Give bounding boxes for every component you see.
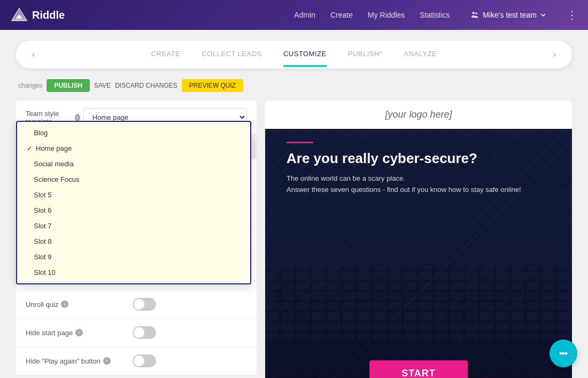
preview-button[interactable]: PREVIEW QUIZ [182,79,243,92]
logo-icon [11,7,28,22]
team-template-info-icon[interactable]: i [75,114,80,121]
chat-icon [556,346,570,360]
nav-admin[interactable]: Admin [294,11,315,19]
tab-collect-leads[interactable]: COLLECT LEADS [202,42,261,67]
preview-subtitle1: The online world can be a scary place. [287,174,551,182]
preview-quiz-title: Are you really cyber-secure? [287,150,551,167]
right-panel: [your logo here] Are you really cyber-se… [265,101,572,378]
tab-publish[interactable]: PUBLISH* [348,42,383,67]
template-dropdown-list: Blog ✓Home page Social media Science Foc… [17,122,250,283]
preview-logo: [your logo here] [265,101,572,129]
unroll-quiz-control [133,298,247,311]
hide-start-knob [134,327,144,338]
save-button[interactable]: SAVE [94,82,111,89]
template-item-slot10[interactable]: Slot 10 [17,265,250,280]
template-item-slot9[interactable]: Slot 9 [17,249,250,265]
toolbar: changes PUBLISH SAVE DISCARD CHANGES PRE… [16,79,572,92]
unroll-quiz-toggle[interactable] [133,298,156,311]
hide-play-again-knob [134,356,144,366]
main-content: ‹ CREATE COLLECT LEADS CUSTOMIZE PUBLISH… [0,30,588,378]
chevron-down-icon [540,12,546,18]
tab-prev-button[interactable]: ‹ [27,50,40,59]
nav-create[interactable]: Create [330,11,353,19]
hide-start-row: Hide start page i [16,319,257,347]
tab-analyze[interactable]: ANALYZE [404,42,437,67]
template-dropdown-overlay[interactable]: Blog ✓Home page Social media Science Foc… [16,121,251,284]
nav-statistics[interactable]: Statistics [420,11,450,19]
hide-start-label: Hide start page i [26,329,133,337]
hide-start-control [133,326,247,339]
team-name: Mike's test team [483,11,537,19]
svg-point-6 [475,16,478,18]
svg-point-10 [560,352,562,355]
hide-play-again-toggle[interactable] [133,354,156,367]
hide-play-again-row: Hide "Play again" button i [16,347,257,375]
nav-my-riddles[interactable]: My Riddles [368,11,405,19]
template-item-slot5[interactable]: Slot 5 [17,187,250,203]
tab-create[interactable]: CREATE [151,42,181,67]
publish-button[interactable]: PUBLISH [47,79,90,92]
preview-start-button[interactable]: START [369,360,468,378]
more-options-icon[interactable]: ⋮ [567,9,577,21]
chat-bubble[interactable] [550,340,577,367]
changes-text: changes [18,82,42,89]
svg-rect-8 [265,266,572,343]
hide-start-info-icon[interactable]: i [75,329,83,336]
hide-play-again-control [133,354,247,367]
template-item-slot7[interactable]: Slot 7 [17,218,250,234]
unroll-quiz-knob [134,299,144,310]
team-template-container: Team style template i Home page Blog ✓Ho… [16,101,257,134]
team-selector[interactable]: Mike's test team [470,10,546,20]
header: Riddle Admin Create My Riddles Statistic… [0,0,588,30]
tabs: CREATE COLLECT LEADS CUSTOMIZE PUBLISH* … [40,42,547,67]
template-item-slot6[interactable]: Slot 6 [17,203,250,218]
header-nav: Admin Create My Riddles Statistics Mike'… [294,9,577,21]
logo: Riddle [11,7,65,22]
team-icon [470,10,479,20]
unroll-quiz-info-icon[interactable]: i [61,300,68,308]
preview-content: Are you really cyber-secure? The online … [265,129,572,240]
template-item-slot8[interactable]: Slot 8 [17,234,250,249]
hide-play-again-label: Hide "Play again" button i [26,357,133,365]
tab-next-button[interactable]: › [548,50,561,59]
tab-bar: ‹ CREATE COLLECT LEADS CUSTOMIZE PUBLISH… [16,41,572,68]
template-item-homepage[interactable]: ✓Home page [17,141,250,156]
template-item-blog[interactable]: Blog [17,125,250,141]
unroll-quiz-label: Unroll quiz i [26,300,133,308]
preview-image-container: Are you really cyber-secure? The online … [265,129,572,378]
two-column-layout: Team style template i Home page Blog ✓Ho… [16,101,572,378]
discard-button[interactable]: DISCARD CHANGES [115,82,177,89]
left-panel: Team style template i Home page Blog ✓Ho… [16,101,257,378]
unroll-quiz-row: Unroll quiz i [16,290,257,319]
svg-point-11 [562,352,565,355]
logo-text: Riddle [32,9,65,21]
template-item-science[interactable]: Science Focus [17,172,250,187]
hide-start-toggle[interactable] [133,326,156,339]
svg-point-12 [565,352,568,355]
preview-subtitle2: Answer these seven questions - find out … [287,186,551,194]
template-item-social[interactable]: Social media [17,156,250,172]
hide-play-again-info-icon[interactable]: i [103,357,111,365]
tab-customize[interactable]: CUSTOMIZE [283,42,327,67]
svg-point-4 [475,12,477,14]
svg-point-3 [473,12,475,14]
